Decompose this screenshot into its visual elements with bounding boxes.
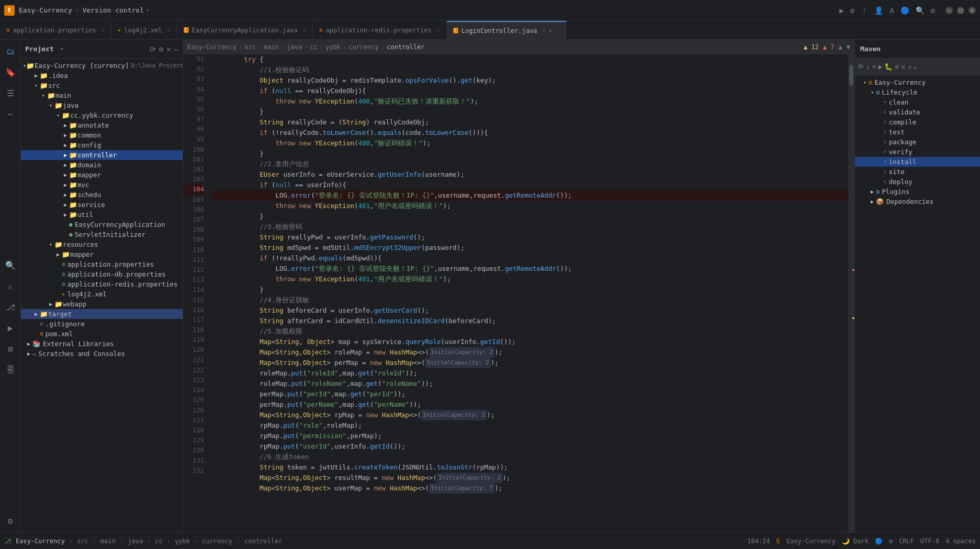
tab-log4j2[interactable]: ✦ log4j2.xml ✕ (111, 21, 177, 39)
maven-task-clean[interactable]: ⚡ clean (855, 97, 980, 107)
yybk-breadcrumb[interactable]: yybk (175, 537, 190, 545)
maven-download-icon[interactable]: ↓ (866, 63, 870, 71)
tree-service-folder[interactable]: ▶ 📁 service (21, 200, 183, 210)
tab-more-icon[interactable]: ▾ (548, 28, 551, 33)
maven-project-root[interactable]: ▾ m Easy-Currency (855, 77, 980, 87)
gradle-icon[interactable]: ⚙ (3, 513, 18, 528)
tree-mapper-folder[interactable]: ▶ 📁 mapper (21, 170, 183, 180)
src-breadcrumb[interactable]: src (77, 537, 88, 545)
indent-status[interactable]: 4 spaces (945, 537, 976, 545)
main-breadcrumb[interactable]: main (100, 537, 116, 545)
gear-settings-icon[interactable]: ⚙ (159, 45, 163, 53)
sync-icon[interactable]: ⟳ (150, 45, 156, 53)
project-name-status[interactable]: E (776, 537, 780, 545)
git-strip-icon[interactable]: ⎇ (3, 300, 18, 314)
maven-task-install[interactable]: ⚡ install (855, 157, 980, 167)
tree-annotate-folder[interactable]: ▶ 📁 annotate (21, 120, 183, 130)
tree-src-folder[interactable]: ▾ 📁 src (21, 81, 183, 90)
bookmarks-icon[interactable]: 🔖 (3, 65, 18, 79)
maven-skip-icon[interactable]: ⊘ (895, 63, 899, 71)
account-icon[interactable]: 👤 (874, 6, 883, 15)
cursor-position[interactable]: 104:24 (747, 537, 770, 545)
tab-close-active-button[interactable]: ✕ (542, 28, 545, 33)
tree-schedu-folder[interactable]: ▶ 📁 schedu (21, 190, 183, 200)
settings-icon[interactable]: ⚙ (889, 537, 893, 545)
maven-settings-icon[interactable]: ✕ (901, 63, 905, 71)
maven-task-test[interactable]: ⚡ test (855, 127, 980, 137)
maven-lifecycle[interactable]: ▾ ⚙ Lifecycle (855, 87, 980, 97)
tab-login-controller[interactable]: C LoginController.java ✕ ▾ ⋮ (447, 21, 567, 39)
tab-app-redis[interactable]: ⚙ application-redis.properties ✕ (313, 21, 447, 39)
editor-content[interactable]: 9192939495 96979899100 101102103 104 105… (183, 54, 854, 532)
tree-mapper-resources[interactable]: ▶ 📁 mapper (21, 249, 183, 259)
tab-close-button[interactable]: ✕ (303, 27, 306, 33)
settings-icon[interactable]: ⚙ (850, 6, 854, 15)
controller-breadcrumb[interactable]: controller (244, 537, 282, 545)
close-button[interactable]: ✕ (968, 7, 976, 14)
tree-idea-folder[interactable]: ▶ 📁 .idea (21, 71, 183, 81)
tree-webapp-folder[interactable]: ▶ 📁 webapp (21, 299, 183, 309)
git-branch-status[interactable]: ⎇ (4, 537, 12, 545)
tree-mvc-folder[interactable]: ▶ 📁 mvc (21, 180, 183, 190)
editor-scrollbar[interactable] (848, 54, 854, 532)
minimize-button[interactable]: — (945, 7, 953, 14)
badge-icon[interactable]: 🔵 (900, 6, 909, 15)
notifications-icon[interactable]: ⋯ (3, 107, 18, 121)
tree-log4j2-xml[interactable]: ✦ log4j2.xml (21, 289, 183, 299)
tab-easy-currency-app[interactable]: C EasyCurrencyApplication.java ✕ (177, 21, 313, 39)
tab-close-button[interactable]: ✕ (102, 27, 105, 33)
currency-breadcrumb[interactable]: currency (202, 537, 232, 545)
warnings-icon[interactable]: ▲ 12 (804, 43, 819, 51)
maven-task-validate[interactable]: ⚡ validate (855, 107, 980, 117)
tree-root-easy-currency[interactable]: ▾ 📁 Easy-Currency [currency] D:\Java Pro… (21, 61, 183, 71)
tab-close-button[interactable]: ✕ (437, 27, 440, 33)
tab-application-properties[interactable]: ⚙ application.properties ✕ (0, 21, 111, 39)
maven-task-package[interactable]: ⚡ package (855, 137, 980, 147)
gear-icon[interactable]: ⚙ (931, 6, 935, 15)
line-separator-status[interactable]: CRLF (899, 537, 914, 545)
tree-external-libraries[interactable]: ▶ 📚 External Libraries (21, 339, 183, 349)
translate-icon[interactable]: A (889, 6, 894, 15)
encoding-status[interactable]: UTF-8 (920, 537, 939, 545)
maximize-button[interactable]: □ (957, 7, 964, 14)
version-control-label[interactable]: Version control (83, 6, 144, 14)
maven-run-icon[interactable]: ▶ (878, 63, 883, 71)
maven-collapse-icon[interactable]: ↙ (914, 63, 918, 71)
tree-java-folder[interactable]: ▾ 📁 java (21, 100, 183, 110)
breadcrumb-item[interactable]: cc (310, 43, 317, 51)
breadcrumb-item[interactable]: currency (348, 43, 379, 51)
tree-controller-folder[interactable]: ▶ 📁 controller (21, 150, 183, 160)
color-scheme-status[interactable]: 🔵 (875, 537, 883, 545)
project-status-label[interactable]: Easy-Currency (786, 537, 836, 545)
database-icon[interactable]: 🗄 (3, 362, 18, 377)
tree-app-properties[interactable]: ⚙ application.properties (21, 259, 183, 269)
tree-target-folder[interactable]: ▶ 📁 target (21, 309, 183, 319)
terminal-strip-icon[interactable]: ⊞ (3, 341, 18, 356)
maven-dependencies[interactable]: ▶ 📦 Dependencies (855, 197, 980, 207)
more-icon[interactable]: ⋮ (861, 6, 868, 15)
maven-add-icon[interactable]: + (872, 63, 876, 71)
easy-currency-status[interactable]: Easy-Currency (16, 537, 65, 545)
maven-task-compile[interactable]: ⚡ compile (855, 117, 980, 127)
tab-overflow-icon[interactable]: ⋮ (555, 28, 560, 33)
tree-resources-folder[interactable]: ▾ 📁 resources (21, 239, 183, 249)
tree-common-folder[interactable]: ▶ 📁 common (21, 130, 183, 140)
tree-domain-folder[interactable]: ▶ 📁 domain (21, 160, 183, 170)
problems-icon[interactable]: ⚠ (3, 279, 18, 293)
search-everywhere-icon[interactable]: 🔍 (916, 6, 925, 15)
errors-icon[interactable]: ▲ 7 (823, 43, 835, 51)
breadcrumb-item[interactable]: main (264, 43, 279, 51)
breadcrumb-item[interactable]: yybk (325, 43, 341, 51)
tree-main-folder[interactable]: ▾ 📁 main (21, 90, 183, 100)
cc-breadcrumb[interactable]: cc (155, 537, 162, 545)
structure-icon[interactable]: ☰ (3, 86, 18, 100)
project-dropdown-icon[interactable]: ▾ (60, 45, 64, 52)
tree-util-folder[interactable]: ▶ 📁 util (21, 210, 183, 220)
search-icon[interactable]: 🔍 (3, 258, 18, 272)
hide-sidebar-icon[interactable]: — (174, 45, 178, 53)
breadcrumb-item[interactable]: controller (387, 43, 424, 51)
tree-app-redis-properties[interactable]: ⚙ application-redis.properties (21, 279, 183, 289)
scroll-up-icon[interactable]: ▲ (839, 43, 842, 51)
tab-close-button[interactable]: ✕ (167, 27, 170, 33)
maven-refresh-icon[interactable]: ⟳ (858, 63, 864, 71)
